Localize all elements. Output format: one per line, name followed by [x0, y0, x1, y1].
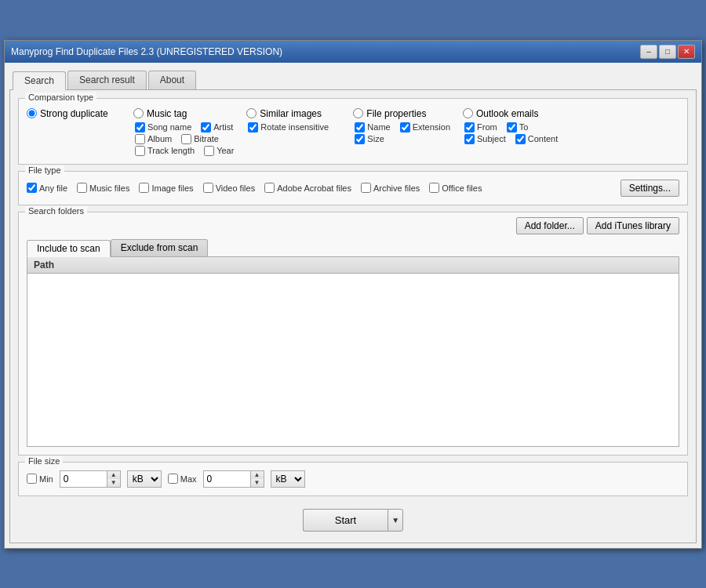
minimize-button[interactable]: – [640, 45, 657, 59]
add-folder-button[interactable]: Add folder... [516, 217, 584, 234]
max-value-input[interactable] [203, 470, 250, 488]
folder-list-container: Path [27, 256, 679, 447]
start-dropdown-button[interactable]: ▼ [388, 509, 403, 532]
artist-checkbox[interactable] [201, 122, 211, 132]
comparison-row: Strong duplicate Music tag [27, 108, 679, 156]
folder-buttons: Add folder... Add iTunes library [27, 217, 679, 234]
artist-checkbox-item: Artist [201, 122, 233, 132]
to-label: To [519, 122, 529, 132]
similar-images-radio-container: Similar images [246, 108, 340, 119]
office-files-item: Office files [429, 183, 482, 193]
settings-button-container: Settings... [620, 180, 679, 197]
similar-images-radio[interactable] [246, 108, 257, 118]
year-label: Year [217, 146, 234, 155]
music-tag-radio[interactable] [133, 108, 144, 118]
min-spinbox: ▲ ▼ [60, 470, 121, 488]
extension-checkbox-item: Extension [400, 122, 450, 132]
filetype-row: Any file Music files Image files Video f… [27, 180, 679, 197]
any-file-label: Any file [39, 183, 67, 193]
search-folders-section: Search folders Add folder... Add iTunes … [18, 212, 688, 456]
office-files-label: Office files [442, 183, 482, 193]
to-checkbox[interactable] [507, 122, 517, 132]
maximize-button[interactable]: □ [659, 45, 676, 59]
strong-duplicate-radio[interactable] [27, 108, 37, 118]
comparison-section: Comparsion type Strong duplicate Musi [18, 98, 688, 165]
song-name-label: Song name [147, 122, 191, 132]
min-value-input[interactable] [60, 470, 107, 488]
min-increment-button[interactable]: ▲ [107, 471, 120, 479]
tab-content: Comparsion type Strong duplicate Musi [9, 89, 697, 543]
tab-bar: Search Search result About [9, 67, 697, 89]
close-button[interactable]: ✕ [678, 45, 695, 59]
music-tag-sub-options: Song name Artist Album [135, 122, 234, 156]
option-music-tag: Music tag Song name Artist [133, 108, 234, 156]
album-label: Album [147, 134, 172, 143]
subject-checkbox[interactable] [464, 134, 475, 144]
name-checkbox-item: Name [355, 122, 390, 132]
path-column-header: Path [27, 257, 679, 274]
file-properties-radio[interactable] [353, 108, 363, 118]
name-checkbox[interactable] [355, 122, 365, 132]
bitrate-checkbox[interactable] [181, 134, 191, 144]
similar-images-sub-options: Rotate insensitive [248, 122, 340, 132]
from-checkbox[interactable] [464, 122, 475, 132]
acrobat-files-checkbox[interactable] [264, 183, 275, 193]
min-decrement-button[interactable]: ▼ [107, 479, 120, 487]
window-content: Search Search result About Comparsion ty… [5, 63, 701, 548]
max-spinbox: ▲ ▼ [203, 470, 264, 488]
outlook-emails-sub-options: From To Subject [464, 122, 558, 144]
include-scan-tab[interactable]: Include to scan [27, 240, 111, 257]
min-checkbox-item: Min [27, 474, 53, 484]
max-checkbox[interactable] [168, 474, 178, 484]
max-increment-button[interactable]: ▲ [251, 471, 264, 479]
content-checkbox[interactable] [515, 134, 526, 144]
track-length-checkbox[interactable] [135, 146, 145, 156]
add-itunes-button[interactable]: Add iTunes library [587, 217, 679, 234]
filetype-section-label: File type [25, 165, 64, 175]
song-name-checkbox-item: Song name [135, 122, 191, 132]
any-file-checkbox[interactable] [27, 183, 37, 193]
option-outlook-emails: Outlook emails From To [463, 108, 558, 144]
max-decrement-button[interactable]: ▼ [251, 479, 264, 487]
outlook-emails-radio[interactable] [463, 108, 473, 118]
artist-label: Artist [213, 122, 233, 132]
song-name-checkbox[interactable] [135, 122, 145, 132]
exclude-scan-tab[interactable]: Exclude from scan [111, 239, 209, 256]
year-checkbox[interactable] [204, 146, 214, 156]
outlook-emails-label: Outlook emails [476, 108, 538, 119]
file-size-section: File size Min ▲ ▼ kB [18, 462, 688, 496]
main-window: Manyprog Find Duplicate Files 2.3 (UNREG… [4, 40, 702, 549]
start-button[interactable]: Start [303, 509, 388, 532]
max-label: Max [180, 474, 197, 484]
inner-tab-bar: Include to scan Exclude from scan [27, 239, 679, 256]
size-checkbox[interactable] [355, 134, 365, 144]
video-files-checkbox[interactable] [203, 183, 213, 193]
acrobat-files-label: Adobe Acrobat files [277, 183, 351, 193]
office-files-checkbox[interactable] [429, 183, 439, 193]
album-checkbox[interactable] [135, 134, 145, 144]
outlook-emails-radio-container: Outlook emails [463, 108, 558, 119]
tab-search[interactable]: Search [13, 71, 66, 90]
settings-button[interactable]: Settings... [620, 180, 679, 197]
start-button-container: Start ▼ [303, 509, 403, 532]
window-title: Manyprog Find Duplicate Files 2.3 (UNREG… [11, 46, 282, 57]
music-files-item: Music files [77, 183, 129, 193]
archive-files-checkbox[interactable] [361, 183, 371, 193]
start-area: Start ▼ [18, 503, 688, 535]
rotate-insensitive-checkbox[interactable] [248, 122, 258, 132]
file-properties-label: File properties [366, 108, 426, 119]
search-folders-label: Search folders [25, 206, 87, 216]
tab-about[interactable]: About [148, 71, 196, 89]
tab-search-result[interactable]: Search result [67, 71, 147, 89]
extension-checkbox[interactable] [400, 122, 410, 132]
folder-list-body[interactable] [27, 274, 679, 446]
acrobat-files-item: Adobe Acrobat files [264, 183, 351, 193]
min-unit-select[interactable]: kB MB GB [127, 470, 162, 488]
image-files-checkbox[interactable] [139, 183, 149, 193]
filetype-section: File type Any file Music files Image fil… [18, 171, 688, 205]
titlebar-buttons: – □ ✕ [640, 45, 695, 59]
min-checkbox[interactable] [27, 474, 37, 484]
archive-files-label: Archive files [373, 183, 420, 193]
max-unit-select[interactable]: kB MB GB [271, 470, 305, 488]
music-files-checkbox[interactable] [77, 183, 87, 193]
